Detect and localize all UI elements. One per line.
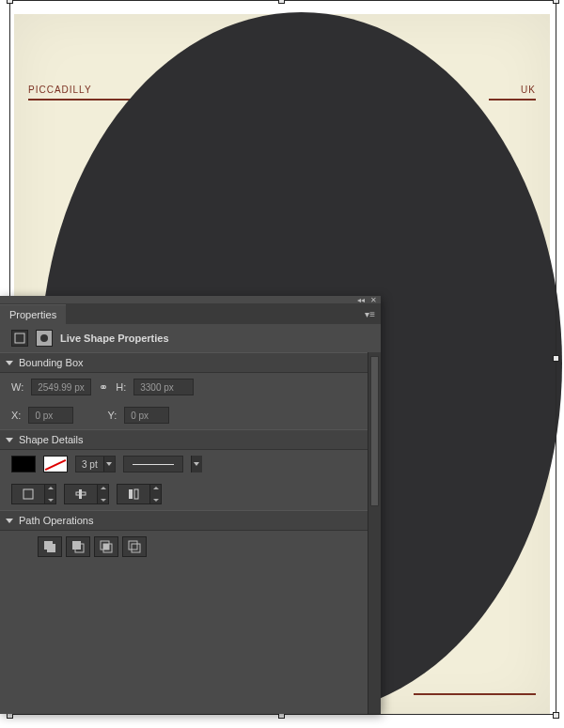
transform-handle[interactable] [553,0,559,4]
svg-rect-13 [103,544,109,550]
svg-rect-9 [72,541,81,550]
shape-type-icon[interactable] [11,330,28,347]
pathop-exclude-button[interactable] [122,536,147,557]
align-edges-control[interactable] [11,484,56,504]
panel-title-row: Live Shape Properties [0,324,381,352]
disclosure-triangle-icon [6,438,13,442]
width-label: W: [11,381,24,393]
properties-panel[interactable]: ◂◂ ✕ Properties ▾≡ Live Shape Properties… [0,296,381,714]
transform-handle[interactable] [278,0,285,4]
svg-rect-8 [47,544,55,552]
svg-rect-14 [129,541,137,550]
panel-scrollbar[interactable] [368,352,381,714]
svg-rect-3 [79,489,82,499]
transform-handle[interactable] [553,712,559,719]
fill-swatch[interactable] [11,456,36,472]
section-label: Bounding Box [19,357,84,368]
poster-text-left: PICCADILLY [28,85,132,101]
section-path-operations[interactable]: Path Operations [0,510,381,531]
svg-rect-5 [129,489,133,499]
stroke-width-dropdown[interactable] [103,457,115,472]
height-label: H: [116,381,126,393]
disclosure-triangle-icon [6,361,13,365]
align-v-control[interactable] [117,484,162,504]
panel-controls: ◂◂ ✕ [0,296,381,303]
stroke-width-field[interactable]: 3 pt [75,456,116,472]
svg-point-1 [40,334,48,342]
pathop-intersect-button[interactable] [94,536,118,557]
live-shape-icon[interactable] [36,330,53,347]
y-label: Y: [107,410,117,421]
svg-rect-0 [15,333,24,343]
scrollbar-thumb[interactable] [370,356,379,506]
poster-text-right: UK [489,85,536,101]
pathop-subtract-button[interactable] [66,536,90,557]
svg-rect-15 [132,544,140,552]
tab-properties[interactable]: Properties [0,304,66,324]
svg-rect-2 [24,489,33,499]
stroke-width-value: 3 pt [76,459,103,470]
y-field[interactable] [124,407,169,424]
section-label: Shape Details [19,434,84,445]
section-label: Path Operations [19,515,94,526]
x-label: X: [11,410,21,421]
stroke-style-caret[interactable] [191,456,202,472]
width-field[interactable] [31,379,91,395]
panel-title: Live Shape Properties [60,333,169,344]
height-field[interactable] [133,379,194,395]
panel-menu-icon[interactable]: ▾≡ [359,309,381,319]
stroke-swatch[interactable] [43,456,68,472]
pathop-combine-button[interactable] [38,536,62,557]
link-wh-icon[interactable]: ⚭ [99,380,108,394]
panel-tab-bar: Properties ▾≡ [0,303,381,324]
svg-rect-6 [134,489,138,499]
stroke-style-dropdown[interactable] [123,456,183,472]
x-field[interactable] [28,407,73,424]
section-bounding-box[interactable]: Bounding Box [0,352,381,373]
disclosure-triangle-icon [6,519,13,523]
section-shape-details[interactable]: Shape Details [0,429,381,450]
poster-rule-bottom [414,693,536,695]
transform-handle[interactable] [553,355,559,362]
transform-handle[interactable] [7,0,13,4]
align-h-control[interactable] [64,484,109,504]
